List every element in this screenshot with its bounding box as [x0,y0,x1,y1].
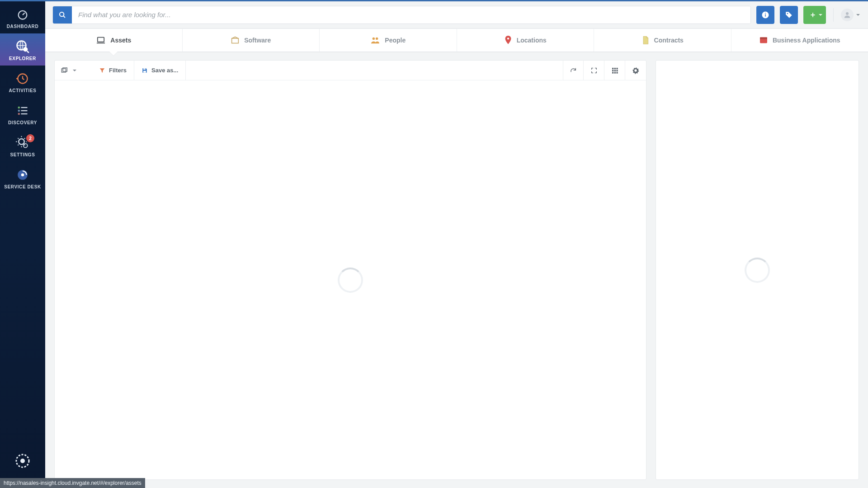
svg-point-10 [24,144,28,148]
tab-locations[interactable]: Locations [457,29,594,52]
svg-point-6 [18,113,20,115]
svg-point-5 [18,110,20,112]
refresh-button[interactable] [563,61,584,80]
gauge-icon [16,8,29,21]
filter-icon [99,67,105,74]
detail-body [656,61,859,479]
plus-icon [810,12,816,18]
svg-point-23 [373,38,375,40]
tab-people[interactable]: People [320,29,457,52]
svg-rect-35 [612,70,613,71]
sidebar-item-discovery[interactable]: DISCOVERY [0,98,45,130]
sidebar-item-label: SETTINGS [0,152,45,157]
svg-rect-37 [616,70,618,71]
loading-spinner-icon [338,267,363,293]
svg-point-19 [787,13,788,14]
svg-point-4 [18,107,20,109]
filters-button[interactable]: Filters [92,61,134,80]
svg-point-2 [23,47,28,52]
svg-rect-17 [765,14,766,16]
svg-rect-21 [98,38,104,42]
svg-rect-8 [21,110,28,111]
search-wrap [52,6,751,24]
user-menu-button[interactable] [841,6,861,24]
svg-point-20 [846,12,849,15]
svg-point-14 [20,459,25,463]
sidebar-item-dashboard[interactable]: DASHBOARD [0,1,45,33]
svg-point-24 [376,38,378,40]
sidebar-item-label: DISCOVERY [0,120,45,125]
chevron-down-icon [73,70,76,71]
settings-badge: 2 [26,134,34,142]
results-toolbar: Filters Save as... [55,61,646,80]
tab-contracts[interactable]: Contracts [594,29,731,52]
search-button[interactable] [53,6,72,23]
list-nodes-icon [16,104,29,117]
expand-icon [590,67,598,74]
save-icon [142,67,148,74]
svg-point-15 [60,12,64,16]
fullscreen-button[interactable] [584,61,604,80]
svg-rect-30 [143,68,146,70]
gear-icon [632,67,639,74]
location-pin-icon [504,36,512,45]
sidebar-item-label: ACTIVITIES [0,88,45,93]
results-body [55,80,646,479]
sidebar-item-activities[interactable]: ACTIVITIES [0,66,45,98]
app-window-icon [759,37,768,44]
laptop-icon [96,36,106,44]
main: Assets Software People Locations Contrac… [45,1,868,488]
svg-rect-31 [143,70,146,72]
tab-label: Contracts [654,37,684,44]
tag-button[interactable] [780,6,798,24]
spacer [186,61,563,80]
results-pane: Filters Save as... [54,60,646,480]
tab-business-applications[interactable]: Business Applications [731,29,868,52]
add-button[interactable] [803,6,826,24]
svg-rect-18 [765,13,766,14]
sidebar-item-label: SERVICE DESK [0,184,45,189]
views-dropdown-button[interactable] [55,61,84,80]
grid-icon [611,67,618,74]
tab-label: Assets [110,37,131,44]
sidebar-item-settings[interactable]: 2 SETTINGS [0,130,45,162]
svg-rect-27 [760,38,767,39]
tab-software[interactable]: Software [183,29,320,52]
top-bar [45,1,868,28]
svg-rect-34 [616,68,618,69]
search-icon [59,11,66,19]
svg-rect-39 [614,72,615,73]
clock-history-icon [16,72,29,85]
windows-icon [61,67,68,74]
settings-button[interactable] [625,61,646,80]
sidebar-item-label: EXPLORER [0,56,45,61]
svg-rect-29 [63,68,67,71]
tag-icon [785,11,793,19]
sidebar-item-explorer[interactable]: EXPLORER [0,33,45,66]
category-tabs: Assets Software People Locations Contrac… [45,28,868,52]
filters-label: Filters [109,67,127,74]
svg-rect-28 [61,69,66,72]
svg-rect-7 [21,107,28,108]
svg-point-12 [21,174,24,177]
info-button[interactable] [756,6,774,24]
tab-assets[interactable]: Assets [45,29,183,52]
detail-pane [656,60,859,480]
sidebar-item-label: DASHBOARD [0,24,45,29]
divider [833,8,834,22]
refresh-icon [570,67,577,74]
save-as-button[interactable]: Save as... [134,61,186,80]
app-logo [14,452,32,470]
save-as-label: Save as... [151,67,178,74]
tab-label: People [385,37,406,44]
tab-label: Locations [517,37,547,44]
tab-label: Business Applications [773,37,840,44]
search-input[interactable] [72,6,750,23]
svg-rect-40 [616,72,618,73]
tab-label: Software [244,37,271,44]
service-desk-icon [16,168,29,182]
sidebar: DASHBOARD EXPLORER ACTIVITIES DISCOVERY … [0,1,45,488]
svg-rect-38 [612,72,613,73]
sidebar-item-service-desk[interactable]: SERVICE DESK [0,162,45,194]
grid-view-button[interactable] [604,61,625,80]
